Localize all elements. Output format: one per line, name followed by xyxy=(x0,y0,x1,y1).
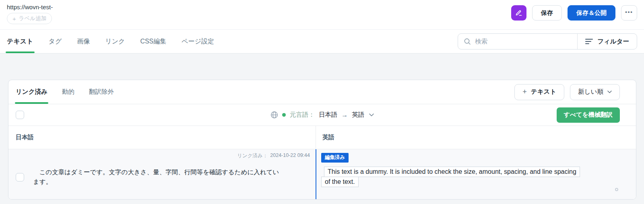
source-language: 日本語 xyxy=(319,111,338,119)
plus-icon: + xyxy=(522,88,527,96)
row-status-label: リンク済み： xyxy=(237,152,268,159)
search-filter-control: フィルター xyxy=(458,33,637,49)
edit-mode-button[interactable] xyxy=(511,5,526,21)
panel-tab-linked[interactable]: リンク済み xyxy=(16,80,47,104)
page-url: https://wovn-test- xyxy=(7,4,53,10)
tab-tag[interactable]: タグ xyxy=(49,30,62,53)
column-header-source: 日本語 xyxy=(8,126,316,149)
pencil-icon xyxy=(515,9,523,17)
add-text-label: テキスト xyxy=(531,88,556,96)
main-content: リンク済み 動的 翻訳除外 + テキスト 新しい順 xyxy=(0,54,644,200)
status-dot-icon xyxy=(282,113,286,117)
resize-handle-icon[interactable] xyxy=(615,188,618,191)
chevron-down-icon xyxy=(607,91,612,93)
chevron-down-icon xyxy=(369,113,374,117)
column-header-target: 英語 xyxy=(316,126,636,149)
row-checkbox[interactable] xyxy=(16,173,24,181)
row-status-timestamp: 2024-10-22 09:44 xyxy=(270,152,310,159)
plus-icon: + xyxy=(12,15,16,22)
target-text-line[interactable]: of the text. xyxy=(321,177,359,187)
arrow-right-icon: → xyxy=(341,111,348,119)
target-text-line[interactable]: This text is a dummy. It is included to … xyxy=(324,167,580,177)
target-text-cell[interactable]: 編集済み This text is a dummy. It is include… xyxy=(316,149,636,200)
main-tabbar: テキスト タグ 画像 リンク CSS編集 ページ設定 xyxy=(0,30,644,54)
tab-link[interactable]: リンク xyxy=(105,30,125,53)
source-language-label: 元言語： xyxy=(290,111,315,119)
machine-translate-all-button[interactable]: すべてを機械翻訳 xyxy=(557,107,620,123)
globe-icon xyxy=(270,111,278,119)
tab-image[interactable]: 画像 xyxy=(77,30,90,53)
edited-badge: 編集済み xyxy=(321,153,349,163)
table-row: リンク済み： 2024-10-22 09:44 この文章はダミーです。文字の大き… xyxy=(8,149,636,200)
target-text-editor[interactable]: This text is a dummy. It is included to … xyxy=(321,167,636,187)
add-label-button[interactable]: + ラベル追加 xyxy=(7,13,52,24)
tab-css-edit[interactable]: CSS編集 xyxy=(140,30,166,53)
more-options-button[interactable]: ••• xyxy=(621,5,637,21)
text-panel: リンク済み 動的 翻訳除外 + テキスト 新しい順 xyxy=(8,80,636,200)
panel-tab-dynamic[interactable]: 動的 xyxy=(62,80,74,104)
select-all-checkbox[interactable] xyxy=(16,111,24,119)
search-input[interactable] xyxy=(475,38,572,45)
sort-order-dropdown[interactable]: 新しい順 xyxy=(570,84,620,100)
search-icon xyxy=(464,38,471,45)
source-text: この文章はダミーです。文字の大きさ、量、字間、行間等を確認するために入れてい ま… xyxy=(33,167,279,187)
save-publish-button[interactable]: 保存＆公開 xyxy=(568,5,615,21)
save-button[interactable]: 保存 xyxy=(532,5,562,21)
source-text-cell: リンク済み： 2024-10-22 09:44 この文章はダミーです。文字の大き… xyxy=(8,149,316,200)
language-pair[interactable]: 元言語： 日本語 → 英語 xyxy=(270,111,374,119)
filter-button[interactable]: フィルター xyxy=(578,34,637,49)
panel-tab-excluded[interactable]: 翻訳除外 xyxy=(89,80,114,104)
page-header: https://wovn-test- + ラベル追加 保存 保存＆公開 ••• xyxy=(0,0,644,30)
add-label-text: ラベル追加 xyxy=(19,15,46,22)
more-options-icon: ••• xyxy=(625,9,633,15)
tab-text[interactable]: テキスト xyxy=(7,30,33,53)
sort-order-label: 新しい順 xyxy=(578,88,603,96)
filter-icon xyxy=(585,39,593,44)
target-language: 英語 xyxy=(352,111,364,119)
tab-page-settings[interactable]: ページ設定 xyxy=(182,30,214,53)
add-text-button[interactable]: + テキスト xyxy=(514,84,564,100)
filter-label: フィルター xyxy=(597,37,629,46)
